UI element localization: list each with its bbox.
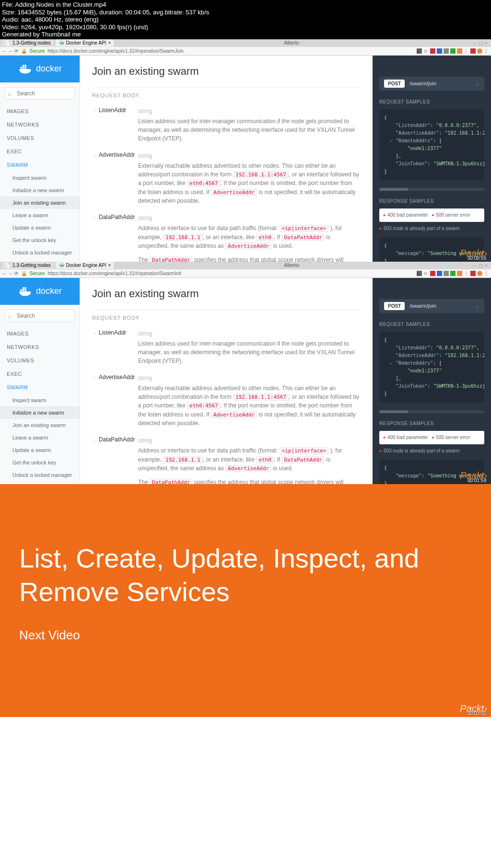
sidebar-item-exec[interactable]: EXEC [0,367,80,381]
resp-503-tab[interactable]: 503 node is already part of a swarm [379,447,484,455]
param-datapathaddr: DataPathAddr string Address or interface… [92,436,361,484]
sidebar-sub-unlock-mgr[interactable]: Unlock a locked manager [0,469,80,481]
endpoint-selector[interactable]: POST /swarm/join ⌄ [379,299,484,313]
browser-tab-2[interactable]: 🐳 Docker Engine API × [56,39,114,46]
search-input[interactable] [5,87,75,100]
response-samples-label: RESPONSE SAMPLES [379,421,484,426]
param-desc-text: Listen address used for inter-manager co… [138,340,355,364]
param-name: DataPathAddr [99,214,138,262]
browser-tab-bar: 📄 1.3-Getting nodes 🐳 Docker Engine API … [0,39,491,47]
nav-buttons[interactable]: ← → ⟳ [2,271,18,276]
code-inline: 192.168.1.1:4567 [233,171,289,178]
browser-address-bar: ← → ⟳ 🔒 Secure https://docs.docker.com/e… [0,47,491,56]
slide-subtitle: Next Video [19,628,472,643]
param-type: string [138,151,361,160]
code-inline: DataPathAddr [150,479,192,484]
code-inline: 192.168.1.1:4567 [233,393,289,401]
request-body-label: REQUEST BODY [92,310,361,321]
sidebar-sub-init[interactable]: Initialize a new swarm [0,406,80,419]
window-controls[interactable]: –▢× [473,263,491,267]
scrollbar-horizontal[interactable] [379,188,484,191]
param-type: string [138,374,361,382]
url-text[interactable]: https://docs.docker.com/engine/api/v1.31… [47,271,414,276]
sidebar-item-networks[interactable]: NETWORKS [0,118,80,131]
sidebar-sub-inspect[interactable]: Inspect swarm [0,172,80,184]
brand-text: docker [36,286,62,296]
endpoint-path: /swarm/join [409,303,475,309]
sidebar-sub-unlock-key[interactable]: Get the unlock key [0,234,80,246]
resp-400-tab[interactable]: 400 bad parameter [383,434,428,441]
param-listenaddr: ListenAddr string Listen address used fo… [92,329,361,365]
chevron-down-icon: ⌄ [475,81,479,87]
http-method-badge: POST [384,80,405,88]
extension-icons[interactable]: ⌕☆⋮⋮ [417,271,489,276]
sidebar-item-volumes[interactable]: VOLUMES [0,131,80,145]
sidebar-item-swarm[interactable]: SWARM [0,381,80,394]
resp-503-tab[interactable]: 503 node is already part of a swarm [379,225,484,232]
nav-buttons[interactable]: ← → ⟳ [2,48,18,54]
sidebar-item-images[interactable]: IMAGES [0,104,80,118]
param-type: string [138,436,361,445]
sidebar-item-exec[interactable]: EXEC [0,145,80,158]
param-advertiseaddr: AdvertiseAddr string Externally reachabl… [92,374,361,428]
param-name: AdvertiseAddr [99,374,138,428]
browser-tab-1[interactable]: 📄 1.3-Getting nodes [2,39,54,46]
resp-500-tab[interactable]: 500 server error [432,211,470,219]
browser-profile[interactable]: Alberto [284,40,299,46]
browser-address-bar: ← → ⟳ 🔒 Secure https://docs.docker.com/e… [0,269,491,278]
code-inline: eth0 [256,234,274,241]
request-code-block[interactable]: { "ListenAddr": "0.0.0.0:2377", "Adverti… [379,332,484,403]
sidebar-sub-unlock-key[interactable]: Get the unlock key [0,456,80,469]
sidebar-sub-leave[interactable]: Leave a swarm [0,209,80,221]
resp-400-tab[interactable]: 400 bad parameter [383,211,428,219]
browser-profile[interactable]: Alberto [284,263,299,268]
request-samples-label: REQUEST SAMPLES [379,99,484,104]
code-inline: <ip|interface> [280,447,329,454]
code-inline: 192.168.1.1 [163,456,203,463]
lock-icon: 🔒 [21,271,27,276]
sidebar-item-images[interactable]: IMAGES [0,327,80,340]
file-line: Size: 16434552 bytes (15.67 MiB), durati… [2,9,489,16]
scrollbar-horizontal[interactable] [379,410,484,413]
extension-icons[interactable]: ⌕☆⋮⋮ [417,48,489,54]
sidebar-sub-inspect[interactable]: Inspect swarm [0,394,80,406]
param-type: string [138,214,361,222]
param-name: ListenAddr [99,329,138,365]
docker-logo[interactable]: docker [0,278,80,305]
resp-500-tab[interactable]: 500 server error [432,434,470,441]
code-inline: DataPathAddr [281,456,324,463]
browser-tab-1[interactable]: 📄 1.3-Getting nodes [2,262,54,269]
sidebar: docker IMAGES NETWORKS VOLUMES EXEC SWAR… [0,278,80,484]
timestamp: 00:00:55 [468,255,486,261]
browser-tab-bar: 📄 1.3-Getting nodes 🐳 Docker Engine API … [0,262,491,269]
sidebar-sub-join[interactable]: Join an existing swarm [0,197,80,209]
sidebar: docker IMAGES NETWORKS VOLUMES EXEC SWAR… [0,56,80,262]
sidebar-item-volumes[interactable]: VOLUMES [0,354,80,367]
code-inline: eth0:4567 [187,180,221,187]
timestamp: 00:01:59 [468,478,486,483]
sidebar-item-networks[interactable]: NETWORKS [0,340,80,354]
url-text[interactable]: https://docs.docker.com/engine/api/v1.31… [47,48,414,54]
slide-title: List, Create, Update, Inspect, and Remov… [19,542,472,609]
search-input[interactable] [5,310,75,322]
sidebar-item-swarm[interactable]: SWARM [0,158,80,172]
endpoint-selector[interactable]: POST /swarm/join ⌄ [379,77,484,91]
param-name: AdvertiseAddr [99,151,138,206]
thumbnail-1: 📄 1.3-Getting nodes 🐳 Docker Engine API … [0,39,491,262]
code-inline: AdvertiseAddr [211,189,257,196]
request-code-block[interactable]: { "ListenAddr": "0.0.0.0:2377", "Adverti… [379,109,484,180]
browser-tab-2[interactable]: 🐳 Docker Engine API × [56,262,114,269]
sidebar-sub-update[interactable]: Update a swarm [0,221,80,234]
param-advertiseaddr: AdvertiseAddr string Externally reachabl… [92,151,361,206]
code-inline: eth0 [256,456,274,463]
http-method-badge: POST [384,302,405,310]
docker-logo[interactable]: docker [0,56,80,82]
sidebar-sub-unlock-mgr[interactable]: Unlock a locked manager [0,246,80,259]
api-panel: POST /swarm/join ⌄ REQUEST SAMPLES { "Li… [373,56,491,262]
sidebar-sub-init[interactable]: Initialize a new swarm [0,184,80,197]
sidebar-sub-leave[interactable]: Leave a swarm [0,431,80,444]
window-controls[interactable]: –▢× [473,41,491,45]
param-datapathaddr: DataPathAddr string Address or interface… [92,214,361,262]
sidebar-sub-join[interactable]: Join an existing swarm [0,419,80,431]
sidebar-sub-update[interactable]: Update a swarm [0,444,80,456]
